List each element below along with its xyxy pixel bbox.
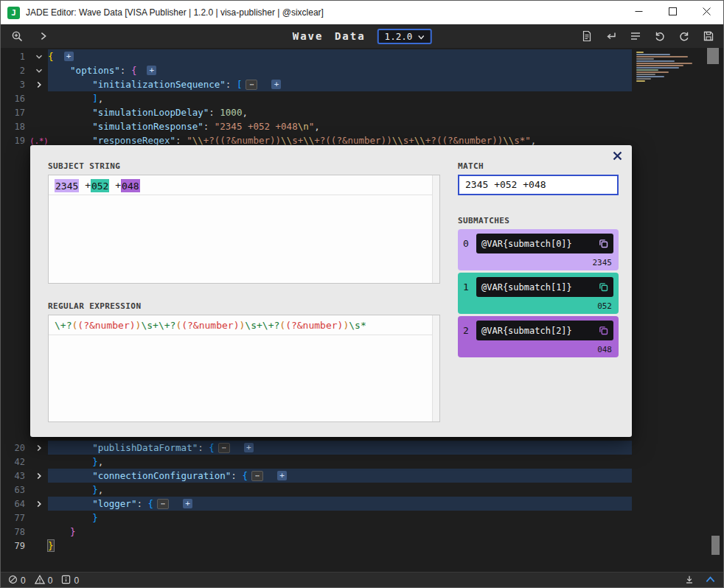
folded-region-ellipsis[interactable]: ⋯ — [218, 443, 230, 453]
code-line[interactable]: "connectionConfiguration": {⋯+ — [48, 469, 632, 483]
code-token: : — [120, 65, 131, 76]
minimap-line — [636, 63, 692, 64]
subject-text: + — [109, 180, 121, 191]
code-token: : — [198, 442, 209, 453]
line-number: 63 — [1, 485, 30, 495]
redo-icon[interactable] — [677, 29, 692, 43]
fold-expand-icon[interactable] — [30, 441, 48, 455]
code-line[interactable]: "publishDataFormat": {⋯+ — [48, 441, 632, 455]
regex-token: \+? — [262, 320, 279, 331]
add-item-badge[interactable]: + — [271, 80, 281, 89]
align-lines-icon[interactable] — [628, 29, 643, 43]
code-line[interactable]: "simulationLoopDelay": 1000, — [48, 105, 632, 119]
code-token: +?((?&number)) — [425, 135, 503, 146]
scroll-down-icon[interactable] — [684, 575, 695, 587]
zoom-in-icon[interactable] — [10, 29, 24, 43]
copy-icon[interactable] — [599, 282, 608, 292]
fold-expand-icon[interactable] — [30, 497, 48, 511]
subject-string-text: 2345 +052 +048 — [49, 175, 432, 195]
code-line[interactable]: "options": {+ — [48, 63, 632, 77]
add-item-badge[interactable]: + — [147, 66, 156, 75]
document-icon[interactable] — [579, 29, 594, 43]
submatch-variable-box: @VAR{submatch[0]} — [476, 234, 613, 253]
code-token: } — [92, 484, 98, 495]
code-token: \\ — [392, 135, 403, 146]
warnings-count: 0 — [48, 575, 53, 586]
code-token: , — [98, 456, 104, 467]
warnings-indicator[interactable]: 0 — [35, 575, 53, 587]
code-token: " — [525, 135, 531, 146]
minimap-line — [636, 52, 644, 53]
submatch-index: 0 — [463, 238, 476, 249]
save-icon[interactable] — [701, 29, 716, 43]
chevron-up-icon[interactable] — [705, 575, 716, 587]
submatch-card-2: 2@VAR{submatch[2]}048 — [458, 316, 619, 357]
add-item-badge[interactable]: + — [277, 471, 287, 480]
close-icon — [612, 150, 623, 164]
code-line-row: 2"options": {+ — [1, 63, 723, 77]
submatch-index: 2 — [463, 325, 476, 336]
minimap[interactable] — [636, 52, 706, 83]
match-label: MATCH — [458, 161, 484, 171]
fold-collapse-icon[interactable] — [30, 63, 48, 77]
code-line[interactable]: } — [48, 525, 632, 539]
subject-highlight-2: 048 — [121, 179, 139, 192]
regex-input[interactable]: \+?((?&number))\s+\+?((?&number))\s+\+?(… — [48, 315, 440, 422]
code-line[interactable]: {+ — [48, 49, 632, 63]
copy-icon[interactable] — [599, 326, 608, 335]
code-token: \\ — [303, 135, 314, 146]
line-number: 2 — [1, 66, 30, 76]
code-token: s+ — [403, 135, 414, 146]
fold-gutter — [30, 511, 48, 525]
match-value-box: 2345 +052 +048 — [458, 175, 619, 195]
infos-count: 0 — [74, 575, 79, 586]
add-item-badge[interactable]: + — [183, 499, 192, 508]
fold-gutter — [30, 525, 48, 539]
regex-token: (?&number) — [285, 320, 343, 331]
code-token: { — [131, 65, 137, 76]
copy-icon[interactable] — [599, 239, 608, 248]
code-line-row: 1{+ — [1, 49, 723, 63]
minimap-line — [636, 60, 675, 62]
code-token: "2345 +052 +048 — [215, 121, 298, 132]
maximize-button[interactable] — [655, 1, 689, 24]
regex-token: (?&number) — [77, 320, 135, 331]
code-line[interactable]: }, — [48, 483, 632, 497]
close-panel-button[interactable] — [610, 150, 624, 164]
fold-expand-icon[interactable] — [30, 469, 48, 483]
folded-region-ellipsis[interactable]: ⋯ — [246, 80, 257, 90]
code-token: { — [147, 498, 153, 509]
fold-expand-icon[interactable] — [30, 77, 48, 91]
code-token: , — [242, 107, 248, 118]
errors-indicator[interactable]: 0 — [8, 575, 26, 587]
add-item-badge[interactable]: + — [244, 443, 254, 452]
minimize-button[interactable] — [622, 1, 655, 24]
code-line[interactable]: } — [48, 511, 632, 525]
code-line[interactable]: }, — [48, 455, 632, 469]
code-line-row: 64"logger": {⋯+ — [1, 497, 723, 511]
folded-region-ellipsis[interactable]: ⋯ — [157, 499, 169, 509]
folded-region-ellipsis[interactable]: ⋯ — [251, 471, 263, 481]
fold-gutter — [30, 119, 48, 133]
code-line[interactable]: "simulationResponse": "2345 +052 +048\n"… — [48, 119, 632, 133]
version-dropdown[interactable]: 1.2.0 — [377, 29, 432, 44]
code-line[interactable]: "logger": {⋯+ — [48, 497, 632, 511]
code-line[interactable]: } — [48, 539, 632, 553]
code-token: \\ — [192, 135, 203, 146]
code-line[interactable]: "initializationSequence": [⋯+ — [48, 77, 632, 91]
undo-icon[interactable] — [652, 29, 667, 43]
line-number: 79 — [1, 541, 30, 551]
minimap-line — [636, 74, 655, 75]
subject-string-input[interactable]: 2345 +052 +048 — [48, 175, 440, 284]
subject-text: + — [79, 180, 91, 191]
chevron-right-icon[interactable] — [36, 29, 51, 43]
code-line[interactable]: ], — [48, 91, 632, 105]
close-button[interactable] — [689, 1, 723, 24]
info-indicator[interactable]: 0 — [61, 575, 79, 587]
add-item-badge[interactable]: + — [64, 52, 74, 61]
fold-collapse-icon[interactable] — [30, 49, 48, 63]
scrollbar-thumb[interactable] — [707, 48, 719, 64]
code-token: } — [70, 526, 76, 537]
matched-bracket: } — [48, 540, 54, 551]
return-icon[interactable] — [604, 29, 619, 43]
